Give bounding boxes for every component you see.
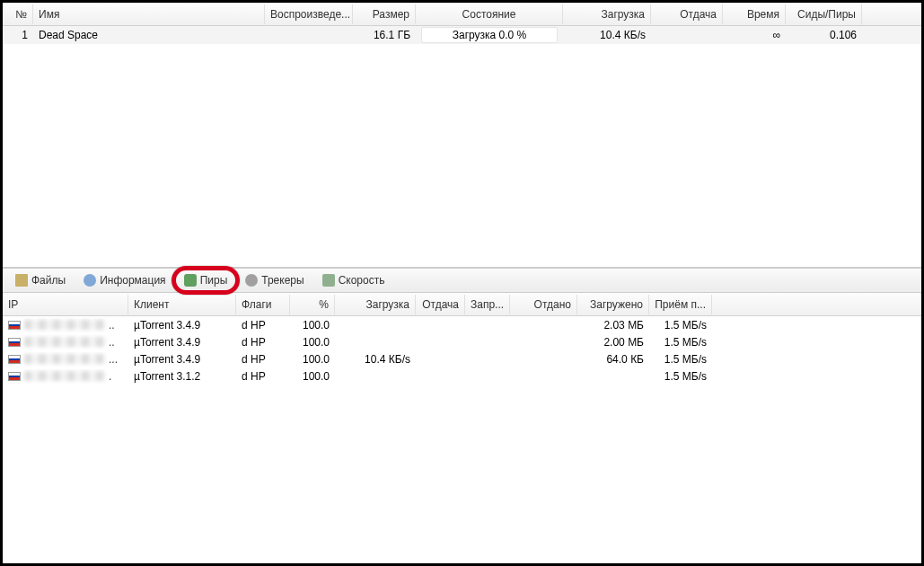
col-header-seeds-peers[interactable]: Сиды/Пиры — [786, 4, 862, 24]
pcol-header-req[interactable]: Запр... — [465, 295, 510, 314]
blurred-ip — [24, 371, 105, 381]
peer-ip: ... — [3, 352, 128, 367]
flag-ru-icon — [8, 338, 21, 347]
ip-suffix: ... — [109, 353, 118, 366]
flag-ru-icon — [8, 321, 21, 330]
peer-row[interactable]: .µTorrent 3.1.2d HP100.01.5 МБ/s — [3, 367, 921, 385]
col-header-play[interactable]: Воспроизведе... — [265, 4, 353, 24]
peer-ip: .. — [3, 318, 128, 332]
peer-download: 10.4 КБ/s — [335, 352, 416, 367]
tab-speed[interactable]: Скорость — [315, 271, 392, 289]
torrent-size: 16.1 ГБ — [353, 27, 416, 43]
tab-info-label: Информация — [100, 274, 165, 287]
peer-flags: d HP — [236, 318, 290, 332]
peer-flags: d HP — [236, 352, 290, 367]
torrent-seeds-peers: 0.106 — [786, 27, 862, 43]
info-icon — [84, 274, 96, 287]
torrent-name: Dead Space — [33, 27, 265, 43]
ip-suffix: .. — [109, 319, 115, 332]
tab-peers[interactable]: Пиры — [177, 271, 235, 289]
tab-info[interactable]: Информация — [76, 271, 172, 289]
peer-ip: .. — [3, 335, 128, 349]
peer-row[interactable]: ...µTorrent 3.4.9d HP100.010.4 КБ/s64.0 … — [3, 350, 921, 367]
peers-list-header[interactable]: IP Клиент Флаги % Загрузка Отдача Запр..… — [3, 293, 921, 316]
peer-download — [335, 376, 416, 377]
tab-trackers[interactable]: Трекеры — [238, 271, 311, 289]
trackers-icon — [245, 274, 258, 287]
col-header-download[interactable]: Загрузка — [563, 4, 651, 24]
torrent-download: 10.4 КБ/s — [563, 27, 651, 43]
blurred-ip — [24, 354, 105, 364]
peer-download — [335, 341, 416, 343]
torrent-state: Загрузка 0.0 % — [416, 25, 563, 45]
pcol-header-ip[interactable]: IP — [3, 295, 128, 314]
peer-download — [335, 324, 416, 326]
speed-icon — [322, 274, 335, 287]
blurred-ip — [24, 320, 105, 330]
folder-icon — [15, 274, 28, 287]
tab-speed-label: Скорость — [339, 274, 385, 287]
col-header-time[interactable]: Время — [723, 4, 786, 24]
pcol-header-percent[interactable]: % — [290, 295, 335, 314]
flag-ru-icon — [8, 372, 21, 381]
blurred-ip — [24, 337, 105, 347]
tab-peers-label: Пиры — [200, 274, 228, 287]
peer-client: µTorrent 3.4.9 — [128, 335, 236, 349]
peer-upload — [416, 358, 465, 360]
col-header-state[interactable]: Состояние — [416, 4, 563, 24]
pcol-header-flags[interactable]: Флаги — [236, 295, 290, 314]
peer-req — [465, 376, 510, 377]
peer-percent: 100.0 — [290, 369, 335, 384]
pcol-header-download[interactable]: Загрузка — [335, 295, 416, 314]
col-header-upload[interactable]: Отдача — [651, 4, 723, 24]
torrent-list-header[interactable]: № Имя Воспроизведе... Размер Состояние З… — [3, 3, 921, 26]
peer-ip: . — [3, 369, 128, 384]
peer-sent — [510, 358, 577, 360]
tab-files-label: Файлы — [31, 274, 66, 287]
peer-loaded: 64.0 КБ — [577, 352, 649, 367]
peer-row[interactable]: ..µTorrent 3.4.9d HP100.02.00 МБ1.5 МБ/s — [3, 333, 921, 350]
torrent-num: 1 — [3, 27, 33, 43]
peer-percent: 100.0 — [290, 352, 335, 367]
ip-suffix: .. — [109, 336, 115, 349]
detail-tabs: Файлы Информация Пиры Трекеры Скорость — [3, 268, 921, 293]
pcol-header-recv[interactable]: Приём п... — [649, 295, 712, 314]
torrent-upload — [651, 33, 723, 37]
peer-recv: 1.5 МБ/s — [649, 369, 712, 384]
pcol-header-client[interactable]: Клиент — [128, 295, 236, 314]
peer-client: µTorrent 3.4.9 — [128, 318, 236, 332]
torrent-row[interactable]: 1 Dead Space 16.1 ГБ Загрузка 0.0 % 10.4… — [3, 26, 921, 44]
peer-loaded: 2.03 МБ — [577, 318, 649, 332]
peers-icon — [184, 274, 197, 287]
peer-recv: 1.5 МБ/s — [649, 335, 712, 349]
torrent-play — [265, 33, 353, 37]
pcol-header-loaded[interactable]: Загружено — [577, 295, 649, 314]
peer-upload — [416, 341, 465, 343]
peer-loaded — [577, 376, 649, 377]
col-header-num[interactable]: № — [3, 4, 33, 24]
pcol-header-sent[interactable]: Отдано — [510, 295, 577, 314]
peer-req — [465, 324, 510, 326]
peer-sent — [510, 376, 577, 377]
tab-files[interactable]: Файлы — [8, 271, 73, 289]
torrent-time: ∞ — [723, 27, 786, 43]
peer-flags: d HP — [236, 335, 290, 349]
peer-row[interactable]: ..µTorrent 3.4.9d HP100.02.03 МБ1.5 МБ/s — [3, 316, 921, 333]
ip-suffix: . — [109, 370, 111, 383]
peer-client: µTorrent 3.4.9 — [128, 352, 236, 367]
peer-req — [465, 341, 510, 343]
peer-flags: d HP — [236, 369, 290, 384]
peer-recv: 1.5 МБ/s — [649, 352, 712, 367]
col-header-size[interactable]: Размер — [353, 4, 416, 24]
peer-recv: 1.5 МБ/s — [649, 318, 712, 332]
flag-ru-icon — [8, 355, 21, 364]
peer-upload — [416, 376, 465, 377]
peer-client: µTorrent 3.1.2 — [128, 369, 236, 384]
col-header-name[interactable]: Имя — [33, 4, 265, 24]
peer-percent: 100.0 — [290, 318, 335, 332]
peer-upload — [416, 324, 465, 326]
peer-percent: 100.0 — [290, 335, 335, 349]
tab-trackers-label: Трекеры — [261, 274, 304, 287]
pcol-header-upload[interactable]: Отдача — [416, 295, 465, 314]
peer-sent — [510, 341, 577, 343]
